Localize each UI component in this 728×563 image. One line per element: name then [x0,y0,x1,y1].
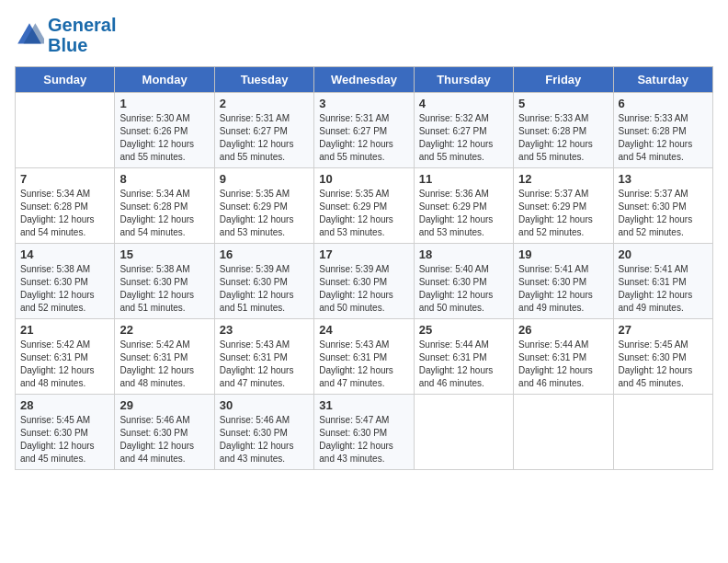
calendar-week-row: 7Sunrise: 5:34 AM Sunset: 6:28 PM Daylig… [16,168,713,244]
day-info: Sunrise: 5:31 AM Sunset: 6:27 PM Dayligh… [220,112,309,164]
calendar-cell: 30Sunrise: 5:46 AM Sunset: 6:30 PM Dayli… [214,395,313,470]
day-number: 1 [119,97,209,110]
day-info: Sunrise: 5:45 AM Sunset: 6:30 PM Dayligh… [619,339,708,390]
day-info: Sunrise: 5:35 AM Sunset: 6:29 PM Dayligh… [220,188,309,239]
day-info: Sunrise: 5:45 AM Sunset: 6:30 PM Dayligh… [20,414,109,465]
calendar-cell: 25Sunrise: 5:44 AM Sunset: 6:31 PM Dayli… [414,319,513,395]
day-info: Sunrise: 5:31 AM Sunset: 6:27 PM Dayligh… [319,112,408,164]
calendar-week-row: 14Sunrise: 5:38 AM Sunset: 6:30 PM Dayli… [16,244,713,319]
calendar-cell: 1Sunrise: 5:30 AM Sunset: 6:26 PM Daylig… [115,93,214,168]
calendar-cell: 9Sunrise: 5:35 AM Sunset: 6:29 PM Daylig… [214,168,313,244]
day-number: 14 [20,247,109,261]
day-info: Sunrise: 5:34 AM Sunset: 6:28 PM Dayligh… [20,188,109,239]
calendar-cell: 4Sunrise: 5:32 AM Sunset: 6:27 PM Daylig… [414,93,513,168]
calendar-cell: 15Sunrise: 5:38 AM Sunset: 6:30 PM Dayli… [115,244,214,319]
calendar-cell: 23Sunrise: 5:43 AM Sunset: 6:31 PM Dayli… [214,319,313,395]
day-number: 19 [518,247,608,261]
calendar-body: 1Sunrise: 5:30 AM Sunset: 6:26 PM Daylig… [16,93,713,470]
day-info: Sunrise: 5:33 AM Sunset: 6:28 PM Dayligh… [619,112,708,164]
day-number: 7 [20,172,109,186]
weekday-header: Sunday [16,67,115,93]
calendar-cell: 18Sunrise: 5:40 AM Sunset: 6:30 PM Dayli… [414,244,513,319]
day-number: 15 [119,247,209,261]
calendar-cell [414,395,513,470]
day-info: Sunrise: 5:43 AM Sunset: 6:31 PM Dayligh… [220,339,309,390]
weekday-header: Monday [115,67,214,93]
calendar-cell: 11Sunrise: 5:36 AM Sunset: 6:29 PM Dayli… [414,168,513,244]
calendar-cell: 5Sunrise: 5:33 AM Sunset: 6:28 PM Daylig… [514,93,613,168]
day-number: 9 [220,172,309,186]
day-info: Sunrise: 5:38 AM Sunset: 6:30 PM Dayligh… [119,263,209,315]
calendar-cell: 10Sunrise: 5:35 AM Sunset: 6:29 PM Dayli… [314,168,414,244]
day-number: 28 [20,398,109,412]
calendar-cell: 3Sunrise: 5:31 AM Sunset: 6:27 PM Daylig… [314,93,414,168]
day-info: Sunrise: 5:37 AM Sunset: 6:30 PM Dayligh… [619,188,708,239]
logo: General Blue [15,15,116,55]
calendar-header: SundayMondayTuesdayWednesdayThursdayFrid… [16,67,713,93]
day-info: Sunrise: 5:44 AM Sunset: 6:31 PM Dayligh… [419,339,508,390]
calendar-cell [16,93,115,168]
day-info: Sunrise: 5:34 AM Sunset: 6:28 PM Dayligh… [119,188,209,239]
day-number: 30 [220,398,309,412]
day-info: Sunrise: 5:46 AM Sunset: 6:30 PM Dayligh… [220,414,309,465]
day-info: Sunrise: 5:46 AM Sunset: 6:30 PM Dayligh… [119,414,209,465]
calendar-table: SundayMondayTuesdayWednesdayThursdayFrid… [15,66,713,470]
calendar-cell: 27Sunrise: 5:45 AM Sunset: 6:30 PM Dayli… [613,319,712,395]
day-number: 29 [119,398,209,412]
calendar-cell: 20Sunrise: 5:41 AM Sunset: 6:31 PM Dayli… [613,244,712,319]
calendar-cell: 24Sunrise: 5:43 AM Sunset: 6:31 PM Dayli… [314,319,414,395]
day-number: 27 [619,323,708,337]
calendar-cell: 6Sunrise: 5:33 AM Sunset: 6:28 PM Daylig… [613,93,712,168]
calendar-week-row: 28Sunrise: 5:45 AM Sunset: 6:30 PM Dayli… [16,395,713,470]
day-info: Sunrise: 5:40 AM Sunset: 6:30 PM Dayligh… [419,263,508,315]
calendar-cell: 14Sunrise: 5:38 AM Sunset: 6:30 PM Dayli… [16,244,115,319]
day-info: Sunrise: 5:39 AM Sunset: 6:30 PM Dayligh… [220,263,309,315]
calendar-week-row: 1Sunrise: 5:30 AM Sunset: 6:26 PM Daylig… [16,93,713,168]
calendar-cell: 2Sunrise: 5:31 AM Sunset: 6:27 PM Daylig… [214,93,313,168]
day-info: Sunrise: 5:43 AM Sunset: 6:31 PM Dayligh… [319,339,408,390]
calendar-cell: 13Sunrise: 5:37 AM Sunset: 6:30 PM Dayli… [613,168,712,244]
calendar-cell: 28Sunrise: 5:45 AM Sunset: 6:30 PM Dayli… [16,395,115,470]
weekday-header: Friday [514,67,613,93]
day-info: Sunrise: 5:39 AM Sunset: 6:30 PM Dayligh… [319,263,408,315]
day-info: Sunrise: 5:47 AM Sunset: 6:30 PM Dayligh… [319,414,408,465]
day-number: 24 [319,323,408,337]
day-number: 4 [419,97,508,110]
calendar-cell: 17Sunrise: 5:39 AM Sunset: 6:30 PM Dayli… [314,244,414,319]
day-info: Sunrise: 5:41 AM Sunset: 6:30 PM Dayligh… [518,263,608,315]
day-number: 20 [619,247,708,261]
day-number: 26 [518,323,608,337]
weekday-header: Saturday [613,67,712,93]
calendar-cell [514,395,613,470]
day-info: Sunrise: 5:42 AM Sunset: 6:31 PM Dayligh… [119,339,209,390]
calendar-cell: 26Sunrise: 5:44 AM Sunset: 6:31 PM Dayli… [514,319,613,395]
calendar-week-row: 21Sunrise: 5:42 AM Sunset: 6:31 PM Dayli… [16,319,713,395]
day-number: 22 [119,323,209,337]
logo-icon [15,20,44,50]
day-info: Sunrise: 5:30 AM Sunset: 6:26 PM Dayligh… [119,112,209,164]
day-number: 25 [419,323,508,337]
calendar-cell: 16Sunrise: 5:39 AM Sunset: 6:30 PM Dayli… [214,244,313,319]
day-info: Sunrise: 5:36 AM Sunset: 6:29 PM Dayligh… [419,188,508,239]
calendar-cell: 7Sunrise: 5:34 AM Sunset: 6:28 PM Daylig… [16,168,115,244]
page-header: General Blue [15,15,713,55]
day-info: Sunrise: 5:32 AM Sunset: 6:27 PM Dayligh… [419,112,508,164]
day-info: Sunrise: 5:44 AM Sunset: 6:31 PM Dayligh… [518,339,608,390]
day-info: Sunrise: 5:42 AM Sunset: 6:31 PM Dayligh… [20,339,109,390]
day-number: 16 [220,247,309,261]
day-number: 2 [220,97,309,110]
day-info: Sunrise: 5:33 AM Sunset: 6:28 PM Dayligh… [518,112,608,164]
day-number: 5 [518,97,608,110]
weekday-header: Tuesday [214,67,313,93]
day-info: Sunrise: 5:41 AM Sunset: 6:31 PM Dayligh… [619,263,708,315]
logo-text: General Blue [48,15,116,55]
day-number: 10 [319,172,408,186]
calendar-cell: 31Sunrise: 5:47 AM Sunset: 6:30 PM Dayli… [314,395,414,470]
calendar-cell: 8Sunrise: 5:34 AM Sunset: 6:28 PM Daylig… [115,168,214,244]
day-info: Sunrise: 5:38 AM Sunset: 6:30 PM Dayligh… [20,263,109,315]
day-number: 23 [220,323,309,337]
day-info: Sunrise: 5:37 AM Sunset: 6:29 PM Dayligh… [518,188,608,239]
day-number: 13 [619,172,708,186]
day-number: 6 [619,97,708,110]
calendar-cell [613,395,712,470]
